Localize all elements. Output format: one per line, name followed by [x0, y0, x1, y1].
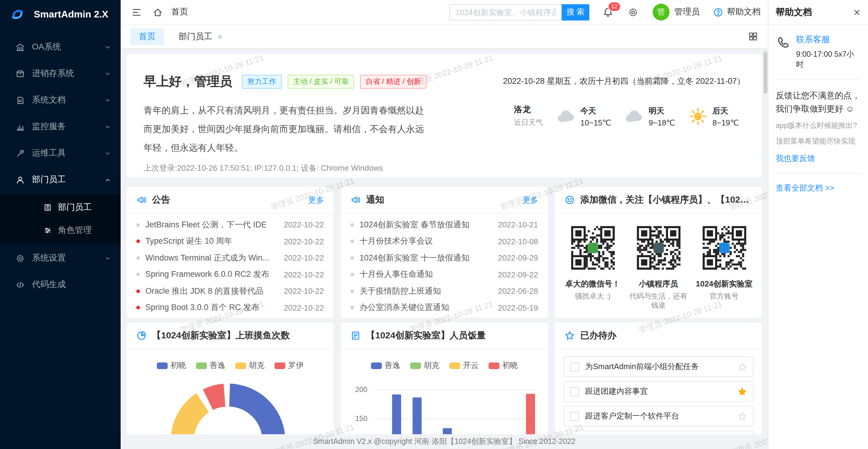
sidebar-item-0[interactable]: OA系统 — [0, 35, 121, 59]
card-header: 公告 更多 — [127, 187, 334, 214]
meals-chart-card: 【1024创新实验室】人员饭量 善逸胡克开云初晓 200150 — [341, 323, 548, 449]
list-item[interactable]: Oracle 推出 JDK 8 的直接替代品2022-10-22 — [136, 283, 324, 299]
todo-item-1[interactable]: 跟进团建内容事宜 — [563, 381, 753, 402]
tab-dept-staff[interactable]: 部门员工 — [170, 28, 231, 45]
list-item[interactable]: 十月份技术分享会议2022-10-08 — [350, 233, 538, 250]
axis-tick-label: 150 — [343, 414, 367, 423]
legend-item[interactable]: 善逸 — [371, 360, 400, 371]
list-item[interactable]: Spring Boot 3.0.0 首个 RC 发布2022-10-22 — [136, 299, 324, 316]
list-item[interactable]: 关于疫情防控上班通知2022-06-28 — [350, 283, 538, 299]
sidebar-item-4[interactable]: 运维工具 — [0, 141, 121, 165]
sidebar-item-label: 代码生成 — [32, 279, 111, 290]
todo-checkbox[interactable] — [570, 387, 579, 396]
list-item[interactable]: 十月份人事任命通知2022-09-22 — [350, 266, 538, 283]
tab-options-grid-icon[interactable] — [748, 31, 758, 42]
sidebar-item-label: 部门员工 — [32, 174, 104, 185]
legend-item[interactable]: 开云 — [449, 360, 478, 371]
sidebar-item-label: 进销存系统 — [32, 68, 104, 79]
card-title: 公告 — [152, 194, 170, 206]
qr-caption-sub: 官方账号 — [692, 292, 756, 301]
welcome-card: 早上好，管理员 努力工作主动 / 皮实 / 可靠自省 / 精进 / 创新 202… — [127, 54, 762, 177]
todo-item-0[interactable]: 为SmartAdmin前端小组分配任务 — [563, 356, 753, 377]
legend-item[interactable]: 初晓 — [157, 360, 186, 371]
collapse-menu-icon[interactable] — [131, 7, 142, 17]
list-item-date: 2022-09-22 — [498, 270, 538, 279]
top-header: 首页 搜 索 12 管 管理员 帮助文档 — [121, 0, 768, 25]
qr-caption-title: 小镇程序员 — [626, 279, 690, 289]
sidebar-item-6[interactable]: 系统设置 — [0, 246, 121, 270]
user-name[interactable]: 管理员 — [674, 7, 700, 18]
breadcrumb[interactable]: 首页 — [171, 7, 188, 18]
close-tab-icon[interactable] — [217, 33, 223, 39]
search-input[interactable] — [450, 4, 562, 20]
logo[interactable]: SmartAdmin 2.X — [0, 0, 121, 29]
qr-caption-sub: 代码与生活，还有钱途 — [626, 292, 690, 310]
legend-swatch — [371, 362, 381, 369]
list-item-title: Windows Terminal 正式成为 Win... — [145, 253, 278, 263]
list-item[interactable]: Spring Framework 6.0.0 RC2 发布2022-10-22 — [136, 266, 324, 283]
feedback-item-2[interactable]: 顶部菜单希望能尽快实现 — [776, 136, 861, 147]
legend-item[interactable]: 善逸 — [196, 360, 225, 371]
gray-dot — [136, 273, 140, 277]
legend-label: 开云 — [463, 360, 478, 371]
legend-item[interactable]: 罗伊 — [274, 360, 304, 371]
submenu-item-label: 角色管理 — [58, 225, 121, 236]
settings-gear-icon[interactable] — [628, 7, 638, 17]
todo-star-icon[interactable] — [738, 387, 747, 396]
sidebar-item-5[interactable]: 部门员工 — [0, 168, 121, 192]
greeting-title: 早上好，管理员 — [144, 73, 232, 90]
legend-label: 初晓 — [170, 360, 186, 371]
sidebar-item-2[interactable]: 系统文档 — [0, 88, 121, 112]
list-item[interactable]: 1024创新实验室 十一放假通知2022-09-29 — [350, 250, 538, 266]
todo-checkbox[interactable] — [570, 362, 579, 371]
home-icon[interactable] — [153, 7, 163, 17]
list-item[interactable]: TypeScript 诞生 10 周年2022-10-22 — [136, 233, 324, 250]
search-button[interactable]: 搜 索 — [562, 4, 589, 20]
announcement-more-link[interactable]: 更多 — [308, 194, 324, 205]
list-item[interactable]: 办公室消杀关键位置通知2022-05-19 — [350, 299, 538, 316]
notifications-button[interactable]: 12 — [602, 6, 614, 18]
legend-item[interactable]: 胡克 — [235, 360, 265, 371]
legend-item[interactable]: 胡克 — [410, 360, 439, 371]
ops-icon — [16, 149, 25, 158]
divider — [776, 173, 861, 174]
submenu-item-0[interactable]: 部门员工 — [0, 196, 121, 219]
chevron-down-icon — [104, 44, 111, 51]
todo-star-icon[interactable] — [738, 412, 747, 421]
list-item[interactable]: Windows Terminal 正式成为 Win...2022-10-22 — [136, 250, 324, 266]
scrollbar[interactable] — [763, 49, 768, 449]
notice-more-link[interactable]: 更多 — [522, 194, 538, 205]
list-item[interactable]: 1024创新实验室 春节放假通知2022-10-21 — [350, 217, 538, 233]
inventory-icon — [16, 69, 25, 78]
main-column: 首页 搜 索 12 管 管理员 帮助文档 首页 部门员工 — [121, 0, 768, 449]
feedback-action-link[interactable]: 我也要反馈 — [776, 153, 861, 164]
chevron-down-icon — [104, 123, 111, 130]
content-area: 早上好，管理员 努力工作主动 / 皮实 / 可靠自省 / 精进 / 创新 202… — [121, 49, 768, 449]
list-item[interactable]: JetBrains Fleet 公测，下一代 IDE2022-10-22 — [136, 217, 324, 233]
notice-list: 1024创新实验室 春节放假通知2022-10-21十月份技术分享会议2022-… — [341, 214, 548, 316]
submenu-item-1[interactable]: 角色管理 — [0, 219, 121, 242]
legend-swatch — [488, 362, 499, 369]
todo-label: 跟进团建内容事宜 — [585, 386, 738, 397]
gray-dot — [350, 273, 354, 277]
qr-code — [698, 222, 750, 274]
sidebar-item-1[interactable]: 进销存系统 — [0, 62, 121, 86]
feedback-item-1[interactable]: app版本什么时候能推出? — [776, 121, 861, 131]
contact-support-link[interactable]: 联系客服 — [796, 34, 861, 45]
todo-star-icon[interactable] — [738, 362, 747, 371]
sidebar-item-7[interactable]: 代码生成 — [0, 272, 121, 297]
submenu: 部门员工角色管理 — [0, 194, 121, 244]
scrollbar-thumb[interactable] — [764, 51, 767, 94]
legend-item[interactable]: 初晓 — [488, 360, 518, 371]
help-doc-button[interactable]: 帮助文档 — [713, 7, 761, 18]
help-panel-title: 帮助文档 — [776, 6, 812, 18]
view-all-docs-link[interactable]: 查看全部文档 >> — [776, 183, 861, 194]
weather-day-name: 后天 — [712, 105, 739, 116]
todo-item-2[interactable]: 跟进客户定制一个软件平台 — [563, 406, 753, 426]
sidebar-item-3[interactable]: 监控服务 — [0, 115, 121, 139]
close-panel-icon[interactable] — [853, 8, 861, 16]
user-avatar[interactable]: 管 — [653, 4, 670, 21]
todo-checkbox[interactable] — [570, 412, 579, 421]
qr-caption-sub: 骚扰卓大 :) — [561, 292, 625, 301]
tab-home[interactable]: 首页 — [130, 28, 164, 45]
